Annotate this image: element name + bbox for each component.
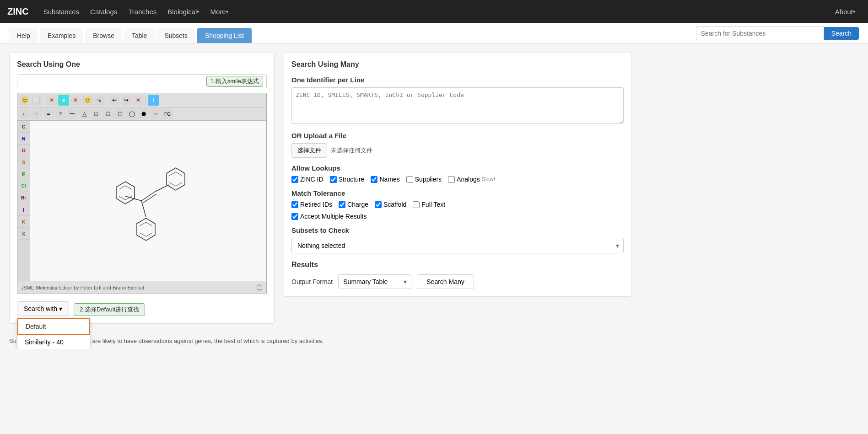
svg-line-11: [176, 172, 182, 176]
atom-I-btn[interactable]: I: [17, 204, 30, 216]
clear-btn[interactable]: ✕: [133, 95, 144, 106]
undo-btn[interactable]: ↩: [109, 95, 120, 106]
tab-table[interactable]: Table: [124, 28, 155, 43]
allow-lookups-label: Allow Lookups: [291, 164, 624, 172]
tab-help[interactable]: Help: [9, 28, 38, 43]
red-x-btn[interactable]: ✕: [70, 95, 81, 106]
checkbox-structure[interactable]: Structure: [330, 176, 365, 183]
hexagon-btn[interactable]: ⬡: [114, 108, 125, 119]
triangle-btn[interactable]: △: [79, 108, 90, 119]
heptagon-btn[interactable]: ◯: [126, 108, 137, 119]
circle-btn[interactable]: ○: [150, 108, 161, 119]
results-row: Output Format Summary TableDetailed Tabl…: [291, 274, 624, 289]
atom-N-btn[interactable]: N: [17, 133, 30, 145]
redo-btn[interactable]: ↪: [121, 95, 132, 106]
checkbox-names-input[interactable]: [371, 176, 377, 183]
checkbox-analogs[interactable]: Analogs Slow!: [448, 176, 495, 183]
checkbox-retired-ids[interactable]: Retired IDs: [291, 201, 332, 208]
match-tolerance-label: Match Tolerance: [291, 189, 624, 197]
octagon-btn[interactable]: ⬟: [138, 108, 149, 119]
checkbox-suppliers-input[interactable]: [406, 176, 413, 183]
identifier-textarea[interactable]: [291, 87, 624, 124]
checkbox-names[interactable]: Names: [371, 176, 399, 183]
tab-browse[interactable]: Browse: [85, 28, 122, 43]
atom-K-btn[interactable]: K: [17, 216, 30, 228]
pentagon-btn[interactable]: ⬠: [102, 108, 113, 119]
svg-marker-9: [167, 168, 185, 190]
checkbox-charge[interactable]: Charge: [339, 201, 368, 208]
squiggle-btn[interactable]: 〜: [67, 108, 78, 119]
arrow-left-btn[interactable]: ←: [19, 108, 30, 119]
search-button[interactable]: Search: [824, 27, 859, 40]
delete-btn[interactable]: ✕: [46, 95, 57, 106]
mol-toolbar-2: ← − = ≡ 〜 △ □ ⬠ ⬡ ◯ ⬟ ○ FG: [17, 107, 266, 121]
subsets-dropdown[interactable]: Nothing selected: [291, 238, 624, 253]
search-many-button[interactable]: Search Many: [417, 274, 474, 289]
right-panel: Search Using Many One Identifier per Lin…: [284, 53, 631, 324]
checkbox-analogs-input[interactable]: [448, 176, 455, 183]
tab-shopping-list[interactable]: Shopping List: [197, 28, 252, 43]
triple-bond-btn[interactable]: ≡: [55, 108, 66, 119]
atom-F-btn[interactable]: F: [17, 168, 30, 180]
brand-logo[interactable]: ZINC: [7, 6, 29, 17]
checkbox-full-text-label: Full Text: [421, 201, 445, 208]
nav-more[interactable]: More: [205, 0, 233, 23]
minus-btn[interactable]: −: [31, 108, 42, 119]
mol-editor-credit: JSME Molecular Editor by Peter Ertl and …: [21, 285, 144, 290]
checkbox-zinc-id[interactable]: ZINC ID: [291, 176, 323, 183]
select-btn[interactable]: ⬜: [31, 95, 42, 106]
output-format-select[interactable]: Summary TableDetailed TableSMILESSDF: [338, 274, 411, 289]
atom-O-btn[interactable]: O: [17, 145, 30, 156]
atom-Cl-btn[interactable]: Cl: [17, 180, 30, 192]
checkbox-retired-ids-input[interactable]: [291, 201, 298, 208]
mol-editor-footer: JSME Molecular Editor by Peter Ertl and …: [17, 281, 266, 294]
checkbox-suppliers-label: Suppliers: [415, 176, 442, 183]
svg-line-8: [155, 185, 169, 192]
checkbox-scaffold-input[interactable]: [375, 201, 382, 208]
checkbox-structure-input[interactable]: [330, 176, 337, 183]
yellow-smiley-btn[interactable]: 🙂: [82, 95, 93, 106]
cyan-circle-btn[interactable]: ●: [58, 95, 69, 106]
dropdown-item-sim40[interactable]: Similarity - 40: [17, 335, 90, 349]
upload-group: OR Upload a File 选择文件 未选择任何文件: [291, 132, 624, 158]
nav-substances[interactable]: Substances: [38, 0, 85, 23]
match-tolerance-group: Match Tolerance Retired IDs Charge Scaff…: [291, 189, 624, 220]
svg-line-16: [140, 222, 146, 226]
info-btn[interactable]: i: [148, 95, 159, 106]
dropdown-item-default[interactable]: Default: [17, 318, 90, 335]
tolerance-checkboxes: Retired IDs Charge Scaffold Full Text: [291, 201, 624, 208]
identifier-label: One Identifier per Line: [291, 76, 624, 84]
smiley-btn[interactable]: 😊: [19, 95, 30, 106]
search-input[interactable]: [696, 27, 824, 40]
upload-button[interactable]: 选择文件: [291, 143, 327, 158]
nav-tranches[interactable]: Tranches: [123, 0, 162, 23]
bottom-text: Substances are molecules that are likely…: [0, 333, 868, 349]
checkbox-charge-input[interactable]: [339, 201, 345, 208]
sep2: [107, 96, 107, 105]
equals-btn[interactable]: =: [43, 108, 54, 119]
checkbox-zinc-id-input[interactable]: [291, 176, 298, 183]
atom-Br-btn[interactable]: Br: [17, 192, 30, 204]
checkbox-full-text-input[interactable]: [413, 201, 420, 208]
atom-X-btn[interactable]: X: [17, 228, 30, 240]
tab-examples[interactable]: Examples: [40, 28, 83, 43]
wave-btn[interactable]: ∿: [94, 95, 105, 106]
nav-catalogs[interactable]: Catalogs: [85, 0, 123, 23]
nav-biological[interactable]: Biological: [162, 0, 205, 23]
checkbox-full-text[interactable]: Full Text: [413, 201, 445, 208]
search-with-button[interactable]: Search with ▾: [17, 301, 69, 316]
atom-C-btn[interactable]: C: [17, 121, 30, 133]
tab-subsets[interactable]: Subsets: [156, 28, 195, 43]
fg-btn[interactable]: FG: [162, 108, 173, 119]
checkbox-suppliers[interactable]: Suppliers: [406, 176, 442, 183]
main-content: Search Using One C(=C(c1ccccc1)c1ccccc1)…: [0, 43, 641, 333]
checkbox-scaffold[interactable]: Scaffold: [375, 201, 406, 208]
checkbox-accept-multiple-input[interactable]: [291, 213, 298, 220]
nav-about[interactable]: About: [830, 0, 861, 23]
atom-S-btn[interactable]: S: [17, 156, 30, 168]
square-btn[interactable]: □: [91, 108, 102, 119]
checkbox-accept-multiple[interactable]: Accept Multiple Results: [291, 213, 367, 220]
mol-sidebar: C N O S F Cl Br I K X: [17, 121, 30, 281]
checkbox-accept-multiple-label: Accept Multiple Results: [300, 213, 367, 220]
smiles-input[interactable]: C(=C(c1ccccc1)c1ccccc1)c1ccccc1: [17, 74, 267, 88]
